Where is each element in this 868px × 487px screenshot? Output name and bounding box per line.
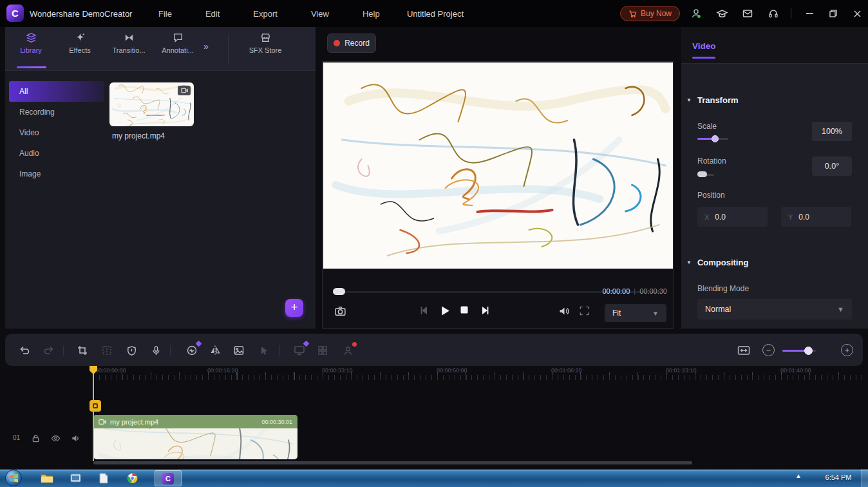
playhead-marker-badge[interactable] (90, 400, 101, 412)
volume-button[interactable] (558, 305, 570, 317)
tab-sfx-store[interactable]: SFX Store (242, 32, 288, 68)
undo-button[interactable] (18, 344, 31, 357)
tab-effects[interactable]: Effects (57, 32, 103, 68)
blending-mode-dropdown[interactable]: Normal ▼ (697, 299, 852, 320)
redo-button[interactable] (42, 344, 55, 357)
crop-icon (77, 345, 88, 356)
timeline-zoom-handle[interactable] (804, 347, 813, 355)
next-frame-button[interactable] (480, 305, 490, 316)
fullscreen-button[interactable] (579, 305, 590, 316)
seek-handle[interactable] (333, 288, 345, 295)
denoise-button[interactable] (185, 344, 198, 357)
taskbar-chrome-icon[interactable] (121, 470, 143, 486)
collapse-triangle-icon: ▼ (686, 97, 692, 103)
start-button[interactable] (5, 470, 22, 486)
crop-button[interactable] (76, 344, 89, 357)
democreator-window: C Wondershare DemoCreator File Edit Expo… (0, 0, 868, 487)
voiceover-button[interactable] (149, 344, 162, 357)
transform-section-header[interactable]: ▼ Transform (686, 95, 739, 105)
grid-button[interactable] (316, 344, 329, 357)
windows-flag-icon (9, 473, 19, 482)
media-thumbnail[interactable] (109, 82, 194, 126)
timeline-zoom-out-button[interactable]: − (762, 344, 775, 356)
category-recording[interactable]: Recording (9, 102, 104, 122)
chevron-down-icon: ▼ (652, 310, 659, 317)
screen-effect-icon (294, 345, 305, 356)
taskbar-app3-icon[interactable] (93, 470, 115, 486)
category-all[interactable]: All (9, 81, 104, 102)
timecode-separator: | (630, 287, 639, 295)
preview-timecode: 00:00:00|00:00:30 (602, 287, 667, 295)
track-visibility-button[interactable] (50, 432, 61, 444)
scale-value-field[interactable]: 100% (812, 122, 852, 141)
cursor-effects-button[interactable] (125, 344, 138, 357)
taskbar-clock[interactable]: 6:54 PM (819, 473, 858, 481)
toolbar-divider (63, 345, 64, 356)
preview-canvas[interactable] (323, 62, 673, 269)
volume-icon (558, 305, 570, 317)
rotation-value-field[interactable]: 0.0° (812, 157, 852, 176)
split-button[interactable] (100, 344, 113, 357)
image-button[interactable] (232, 344, 245, 357)
category-audio[interactable]: Audio (9, 143, 104, 164)
tab-video-properties[interactable]: Video (692, 41, 716, 51)
microphone-icon (151, 345, 162, 356)
cursor-shield-icon (126, 345, 137, 356)
close-icon[interactable] (849, 6, 865, 21)
category-image[interactable]: Image (9, 164, 104, 184)
position-x-field[interactable]: X 0.0 (697, 207, 768, 227)
menu-edit[interactable]: Edit (202, 6, 223, 21)
pointer-button[interactable] (258, 344, 270, 357)
snapshot-button[interactable] (334, 305, 346, 318)
timeline-zoom-in-button[interactable]: + (841, 344, 853, 356)
taskbar-democreator-active[interactable]: C (155, 470, 182, 486)
library-icon (26, 32, 37, 43)
position-y-field[interactable]: Y 0.0 (781, 207, 851, 227)
menu-view[interactable]: View (307, 6, 333, 21)
rotation-slider-handle[interactable] (697, 171, 707, 177)
notification-area-chevron[interactable]: ▲ (795, 472, 802, 479)
category-recording-label: Recording (19, 108, 55, 117)
record-button[interactable]: Record (327, 33, 376, 53)
show-desktop-button[interactable] (862, 469, 868, 487)
compositing-section-header[interactable]: ▼ Compositing (686, 258, 748, 267)
fit-timeline-button[interactable] (737, 344, 750, 357)
rotation-label: Rotation (697, 157, 726, 166)
track-lock-button[interactable] (30, 432, 41, 444)
more-tabs-chevron[interactable]: » (203, 41, 207, 52)
track-mute-button[interactable] (70, 432, 81, 444)
screen-effect-button[interactable] (293, 344, 306, 357)
prev-frame-button[interactable] (419, 305, 429, 316)
zoom-fit-dropdown[interactable]: Fit ▼ (605, 304, 666, 322)
menu-file[interactable]: File (155, 6, 176, 21)
mail-icon[interactable] (739, 5, 756, 22)
flip-mirror-icon (209, 345, 221, 356)
menu-export[interactable]: Export (249, 6, 281, 21)
buy-now-label: Buy Now (641, 9, 672, 18)
account-icon[interactable] (688, 5, 704, 22)
stop-button[interactable] (460, 305, 469, 314)
tutorial-cap-icon[interactable] (713, 5, 730, 22)
play-button[interactable] (440, 305, 451, 316)
flip-button[interactable] (209, 344, 222, 357)
blending-mode-value: Normal (705, 305, 731, 314)
tab-annotations[interactable]: Annotati... (155, 32, 201, 68)
scale-slider-handle[interactable] (712, 135, 719, 142)
buy-now-button[interactable]: Buy Now (620, 6, 680, 21)
add-media-button[interactable]: + (285, 299, 303, 317)
position-y-value: 0.0 (798, 213, 809, 222)
timeline-scrollbar[interactable] (93, 461, 692, 464)
preview-player: 00:00:00|00:00:30 (322, 61, 674, 329)
maximize-icon[interactable] (825, 6, 842, 21)
annotations-icon (173, 32, 184, 43)
taskbar-app2-icon[interactable] (64, 470, 86, 486)
minimize-icon[interactable] (801, 6, 818, 21)
tab-transitions[interactable]: Transitio... (106, 32, 152, 68)
prev-frame-icon (419, 305, 429, 316)
support-headset-icon[interactable] (765, 5, 782, 22)
taskbar-explorer-icon[interactable] (36, 470, 58, 486)
category-video[interactable]: Video (9, 122, 104, 143)
tab-library[interactable]: Library (8, 32, 54, 68)
gesture-button[interactable] (341, 344, 354, 357)
timeline-clip[interactable]: my project.mp4 00:00:30:01 (93, 415, 297, 459)
